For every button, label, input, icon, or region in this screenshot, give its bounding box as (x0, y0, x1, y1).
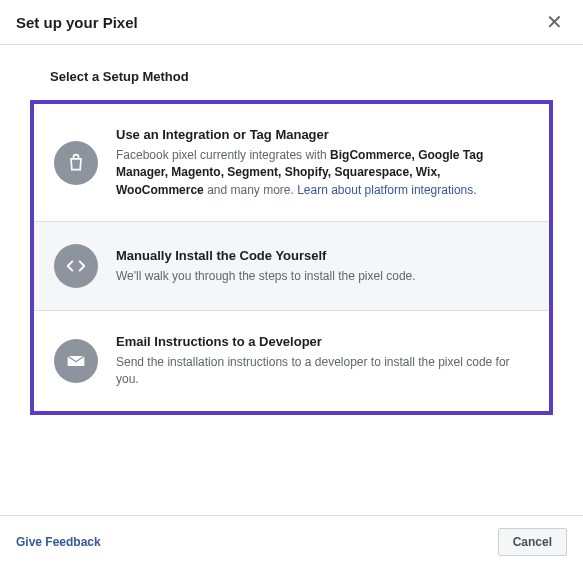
option-email-developer[interactable]: Email Instructions to a Developer Send t… (34, 311, 549, 411)
option-desc-suffix: and many more. (204, 183, 297, 197)
option-integration[interactable]: Use an Integration or Tag Manager Facebo… (34, 104, 549, 222)
setup-options: Use an Integration or Tag Manager Facebo… (30, 100, 553, 415)
option-text: Manually Install the Code Yourself We'll… (116, 247, 416, 285)
modal-header: Set up your Pixel ✕ (0, 0, 583, 45)
option-title: Manually Install the Code Yourself (116, 247, 416, 266)
shopping-bag-icon (54, 141, 98, 185)
modal-content: Select a Setup Method Use an Integration… (0, 45, 583, 415)
option-title: Email Instructions to a Developer (116, 333, 529, 352)
option-desc: We'll walk you through the steps to inst… (116, 269, 416, 283)
option-desc-prefix: Facebook pixel currently integrates with (116, 148, 330, 162)
code-icon (54, 244, 98, 288)
modal-footer: Give Feedback Cancel (0, 515, 583, 568)
option-text: Use an Integration or Tag Manager Facebo… (116, 126, 529, 199)
give-feedback-link[interactable]: Give Feedback (16, 535, 101, 549)
cancel-button[interactable]: Cancel (498, 528, 567, 556)
envelope-icon (54, 339, 98, 383)
close-icon[interactable]: ✕ (542, 12, 567, 32)
option-text: Email Instructions to a Developer Send t… (116, 333, 529, 389)
section-subtitle: Select a Setup Method (30, 61, 553, 100)
modal-title: Set up your Pixel (16, 14, 138, 31)
option-title: Use an Integration or Tag Manager (116, 126, 529, 145)
option-desc: Send the installation instructions to a … (116, 355, 510, 386)
option-manual-install[interactable]: Manually Install the Code Yourself We'll… (34, 222, 549, 311)
learn-more-link[interactable]: Learn about platform integrations. (297, 183, 476, 197)
